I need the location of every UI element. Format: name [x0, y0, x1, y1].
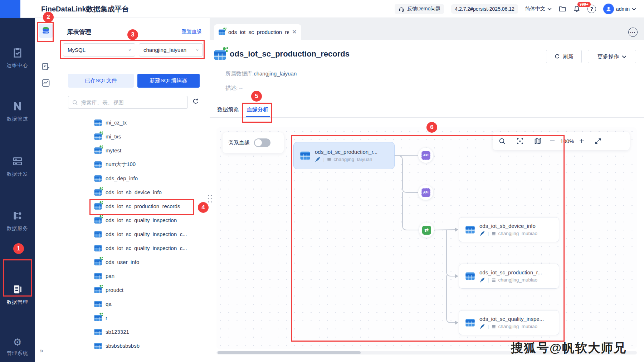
table-icon — [218, 29, 225, 36]
starred-sparkle-icon — [99, 187, 103, 191]
refresh-label: 刷新 — [563, 53, 574, 60]
feedback-button[interactable]: 反馈Demo问题 — [395, 4, 444, 14]
scrollbar-thumb[interactable] — [218, 351, 361, 354]
toggle-label: 旁系血缘 — [228, 140, 250, 146]
book-icon — [12, 284, 23, 295]
zoom-out-button[interactable] — [550, 138, 555, 144]
tab-more-options-button[interactable]: ··· — [628, 28, 638, 37]
sidebar-item-ops-center[interactable]: 运维中心 — [0, 47, 35, 69]
panel-resize-handle[interactable] — [208, 195, 213, 204]
table-list-item[interactable]: sbsbsbsbsbsb — [57, 339, 209, 353]
fit-view-button[interactable] — [516, 137, 524, 145]
table-name: ods_dep_info — [106, 175, 138, 181]
strip-item-data-cleaning[interactable] — [39, 59, 53, 74]
username: admin — [616, 6, 630, 12]
sidebar-item-data-service[interactable]: 数据服务 — [0, 210, 35, 232]
divider — [57, 64, 209, 64]
search-icon — [498, 137, 506, 145]
sidebar-item-label: 数据管理 — [0, 299, 35, 305]
table-list-item[interactable]: ods_iot_sc_quality_inspection — [57, 213, 209, 227]
strip-item-database-tables[interactable] — [39, 24, 53, 38]
minimap-button[interactable] — [534, 137, 542, 145]
table-name: num大于100 — [106, 161, 136, 168]
zoom-in-button[interactable] — [579, 138, 585, 144]
database-select[interactable]: changjing_laiyuan ∨ — [139, 43, 203, 57]
starred-sparkle-icon — [99, 201, 103, 205]
version-text: 4.2.7.2#persist-2025.06.12 — [451, 4, 518, 14]
strip-item-data-monitor[interactable] — [39, 76, 53, 90]
table-list-item[interactable]: ods_iot_sc_quality_inspection_c... — [57, 227, 209, 241]
tab-data-preview[interactable]: 数据预览 — [217, 106, 239, 113]
primary-sidebar: 运维中心 数据管道 数据开发 数据服务 数据管理 ⚙ 管理系统 — [0, 18, 35, 362]
lineage-api-node[interactable]: API — [418, 185, 433, 200]
node-database: | changjing_mubiao — [479, 323, 544, 329]
open-table-tab[interactable]: ods_iot_sc_production_reco... ✕ — [214, 24, 301, 40]
table-name: ods_iot_sc_quality_inspection — [106, 217, 177, 223]
starred-sparkle-icon — [99, 284, 103, 289]
language-selector[interactable]: 简体中文 — [525, 6, 552, 12]
table-icon — [94, 161, 102, 168]
table-list-item[interactable]: num大于100 — [57, 157, 209, 171]
more-actions-button[interactable]: 更多操作 — [588, 50, 636, 63]
table-icon — [300, 150, 311, 161]
lineage-sync-task-node[interactable]: ⇄ — [419, 222, 434, 238]
table-list-item[interactable]: ods_iot_sb_device_info — [57, 185, 209, 199]
table-list-item[interactable]: sb123321 — [57, 325, 209, 339]
database-value: changjing_laiyuan — [143, 47, 186, 53]
refresh-list-icon[interactable] — [192, 98, 199, 107]
form-pen-icon — [42, 62, 50, 71]
lineage-target-node[interactable]: ods_iot_sc_production_r... | changjing_m… — [459, 264, 559, 289]
chevron-down-icon: ∨ — [196, 48, 199, 52]
table-icon — [214, 49, 226, 62]
table-list-item[interactable]: ods_user_info — [57, 255, 209, 269]
table-list-item[interactable]: qa — [57, 297, 209, 311]
table-list-item[interactable]: ods_iot_sc_production_records — [57, 199, 209, 213]
chevron-down-icon — [547, 8, 552, 10]
reset-lineage-link[interactable]: 重置血缘 — [182, 29, 202, 35]
datasource-select[interactable]: MySQL ∨ — [63, 43, 135, 57]
tab-lineage-analysis[interactable]: 血缘分析 — [247, 106, 268, 113]
collapse-panel-chevron[interactable]: » — [40, 347, 43, 354]
search-input[interactable] — [81, 99, 184, 106]
table-name: r — [106, 315, 107, 321]
lineage-target-node[interactable]: ods_iot_sc_quality_inspe... | changjing_… — [459, 310, 559, 335]
fullscreen-button[interactable] — [595, 138, 601, 145]
close-icon[interactable]: ✕ — [292, 28, 297, 36]
top-header: FineDataLink数据集成平台 反馈Demo问题 4.2.7.2#pers… — [0, 0, 644, 18]
table-icon — [94, 342, 102, 350]
search-node-button[interactable] — [498, 137, 506, 145]
table-icon — [94, 216, 102, 224]
user-menu[interactable]: admin — [603, 4, 636, 14]
directory-button[interactable] — [559, 6, 566, 12]
person-icon — [605, 6, 612, 12]
app-logo — [0, 0, 20, 18]
table-list: mi_cz_tx mi_txs mytest — [57, 116, 209, 362]
sidebar-item-admin-system[interactable]: ⚙ 管理系统 — [0, 337, 35, 357]
refresh-button[interactable]: 刷新 — [546, 50, 582, 63]
description-value: -- — [239, 85, 243, 91]
lineage-source-node[interactable]: ods_iot_sc_production_r... | changjing_l… — [293, 142, 395, 169]
table-list-item[interactable]: ods_dep_info — [57, 171, 209, 185]
table-name: mi_txs — [106, 133, 121, 140]
table-list-item[interactable]: mi_txs — [57, 129, 209, 143]
sidebar-item-data-dev[interactable]: 数据开发 — [0, 156, 35, 177]
table-list-item[interactable]: ods_iot_sc_quality_inspection_c... — [57, 241, 209, 255]
collateral-lineage-toggle[interactable] — [254, 138, 270, 147]
sidebar-item-data-management[interactable]: 数据管理 — [0, 284, 35, 305]
table-list-item[interactable]: mi_cz_tx — [57, 116, 209, 129]
table-list-item[interactable]: r — [57, 311, 209, 325]
notifications-button[interactable]: 999+ — [573, 5, 580, 13]
more-actions-label: 更多操作 — [597, 53, 619, 60]
table-list-item[interactable]: mytest — [57, 143, 209, 157]
sidebar-item-data-pipeline[interactable]: 数据管道 — [0, 101, 35, 122]
new-sql-editor-button[interactable]: 新建SQL编辑器 — [137, 74, 200, 88]
table-icon — [94, 133, 102, 141]
chevron-down-icon — [622, 55, 626, 58]
lineage-target-node[interactable]: ods_iot_sb_device_info | changjing_mubia… — [459, 217, 559, 242]
saved-sql-button[interactable]: 已存SQL文件 — [68, 74, 134, 88]
pipeline-icon — [12, 101, 23, 112]
table-list-item[interactable]: proudct — [57, 283, 209, 297]
data-service-icon — [12, 210, 23, 221]
table-list-item[interactable]: pan — [57, 269, 209, 283]
lineage-api-node[interactable]: API — [418, 148, 433, 163]
